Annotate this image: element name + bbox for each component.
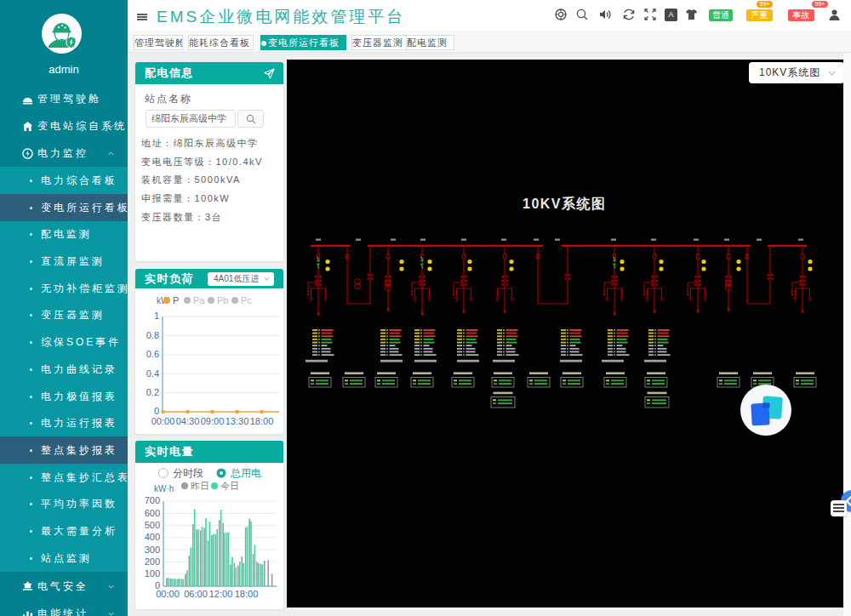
svg-text:18:00: 18:00	[250, 416, 274, 426]
svg-text:总用电: 总用电	[230, 467, 261, 479]
svg-text:0.2: 0.2	[146, 387, 159, 397]
svg-text:600: 600	[145, 508, 160, 518]
svg-text:00:00: 00:00	[156, 589, 180, 599]
svg-text:13:30: 13:30	[226, 416, 249, 426]
svg-text:200: 200	[145, 556, 160, 567]
svg-text:18:00: 18:00	[235, 589, 259, 599]
svg-text:700: 700	[145, 495, 160, 505]
svg-text:Pb: Pb	[217, 295, 228, 305]
svg-text:Pc: Pc	[241, 295, 252, 305]
svg-text:0: 0	[154, 406, 159, 416]
svg-text:今日: 今日	[220, 481, 239, 491]
svg-text:昨日: 昨日	[191, 481, 209, 491]
svg-text:00:00: 00:00	[151, 416, 175, 426]
svg-text:0.8: 0.8	[146, 330, 159, 340]
svg-text:P: P	[173, 295, 179, 305]
svg-text:300: 300	[145, 545, 160, 555]
svg-text:09:00: 09:00	[201, 416, 225, 426]
svg-text:1: 1	[154, 311, 159, 321]
svg-text:Pa: Pa	[193, 295, 205, 305]
svg-text:400: 400	[145, 532, 160, 542]
svg-text:0.6: 0.6	[146, 349, 159, 359]
svg-text:分时段: 分时段	[173, 467, 203, 479]
svg-text:kW·h: kW·h	[154, 484, 174, 493]
svg-text:0.4: 0.4	[146, 368, 159, 379]
svg-text:06:00: 06:00	[184, 589, 208, 599]
svg-text:500: 500	[145, 520, 160, 530]
svg-text:12:00: 12:00	[209, 589, 233, 599]
svg-text:100: 100	[145, 568, 160, 579]
svg-text:04:30: 04:30	[176, 416, 200, 426]
